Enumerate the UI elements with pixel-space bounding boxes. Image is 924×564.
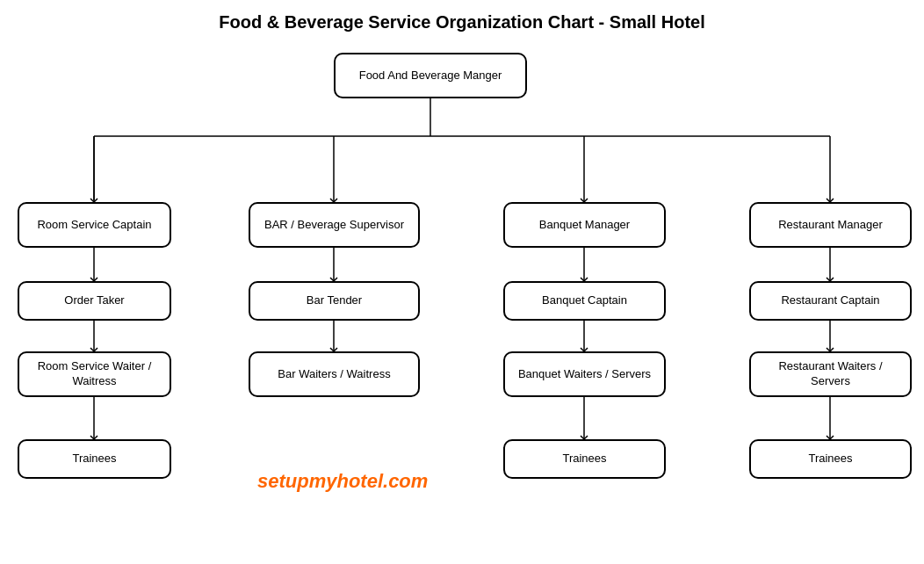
box-top: Food And Beverage Manger [334,53,527,98]
box-col1-1: Room Service Captain [18,202,171,248]
box-col2-2: Bar Tender [249,281,420,321]
box-col4-4: Trainees [749,439,912,479]
box-col1-4: Trainees [18,439,171,479]
box-col4-3: Restaurant Waiters / Servers [749,351,912,397]
box-col2-3: Bar Waiters / Waitress [249,351,420,397]
box-col4-1: Restaurant Manager [749,202,912,248]
box-col3-2: Banquet Captain [503,281,666,321]
box-col2-1: BAR / Beverage Supervisor [249,202,420,248]
box-col3-4: Trainees [503,439,666,479]
box-col3-1: Banquet Manager [503,202,666,248]
box-col1-3: Room Service Waiter / Waitress [18,351,171,397]
chart-container: Food & Beverage Service Organization Cha… [0,0,924,564]
box-col3-3: Banquet Waiters / Servers [503,351,666,397]
watermark: setupmyhotel.com [257,470,428,493]
box-col1-2: Order Taker [18,281,171,321]
box-col4-2: Restaurant Captain [749,281,912,321]
chart-title: Food & Beverage Service Organization Cha… [0,0,924,38]
